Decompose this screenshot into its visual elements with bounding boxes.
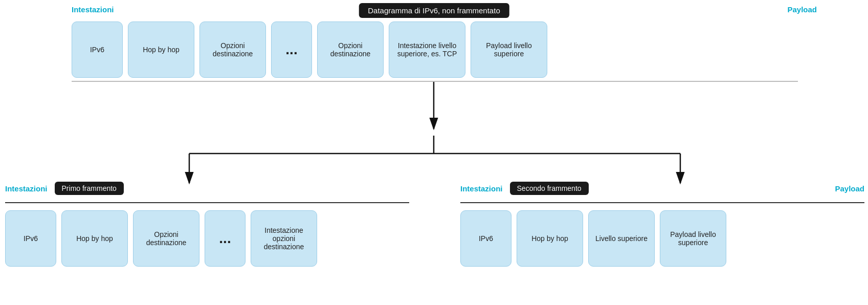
top-title-badge: Datagramma di IPv6, non frammentato xyxy=(359,3,509,18)
block-hop-top: Hop by hop xyxy=(128,21,194,78)
right-fragment-header: Intestazioni Secondo frammento Payload xyxy=(460,182,864,195)
block-opzioni-dest-top: Opzioni destinazione xyxy=(199,21,266,78)
left-fragment-header: Intestazioni Primo frammento xyxy=(5,182,409,195)
left-fragment-divider xyxy=(5,202,409,203)
right-fragment-divider xyxy=(460,202,864,203)
block-payload-livello: Payload livello superiore xyxy=(471,21,547,78)
left-fragment-badge: Primo frammento xyxy=(55,182,124,195)
right-fragment: Intestazioni Secondo frammento Payload I… xyxy=(460,182,864,267)
right-payload-label: Payload xyxy=(835,184,864,193)
block-opzioni-dest-left: Opzioni destinazione xyxy=(133,210,199,267)
left-fragment-blocks: IPv6 Hop by hop Opzioni destinazione ...… xyxy=(5,210,409,267)
diagram: Intestazioni Payload Datagramma di IPv6,… xyxy=(0,0,868,305)
block-hop-left: Hop by hop xyxy=(61,210,128,267)
block-dots-left: ... xyxy=(205,210,246,267)
top-divider xyxy=(72,81,798,82)
block-ipv6-right: IPv6 xyxy=(460,210,511,267)
left-intestazioni-label: Intestazioni xyxy=(5,184,48,193)
left-fragment: Intestazioni Primo frammento IPv6 Hop by… xyxy=(5,182,409,267)
block-opzioni-dest2-top: Opzioni destinazione xyxy=(317,21,384,78)
block-ipv6-top: IPv6 xyxy=(72,21,123,78)
top-payload-label: Payload xyxy=(787,5,817,14)
block-livello-superiore: Livello superiore xyxy=(588,210,655,267)
right-intestazioni-label: Intestazioni xyxy=(460,184,503,193)
block-payload-livello-right: Payload livello superiore xyxy=(660,210,726,267)
block-intestazione-opzioni: Intestazione opzioni destinazione xyxy=(251,210,317,267)
right-fragment-blocks: IPv6 Hop by hop Livello superiore Payloa… xyxy=(460,210,864,267)
block-intestazione-livello: Intestazione livello superiore, es. TCP xyxy=(389,21,465,78)
top-intestazioni-label: Intestazioni xyxy=(72,5,114,14)
block-hop-right: Hop by hop xyxy=(517,210,583,267)
right-fragment-badge: Secondo frammento xyxy=(510,182,589,195)
block-dots-top: ... xyxy=(271,21,312,78)
block-ipv6-left: IPv6 xyxy=(5,210,56,267)
